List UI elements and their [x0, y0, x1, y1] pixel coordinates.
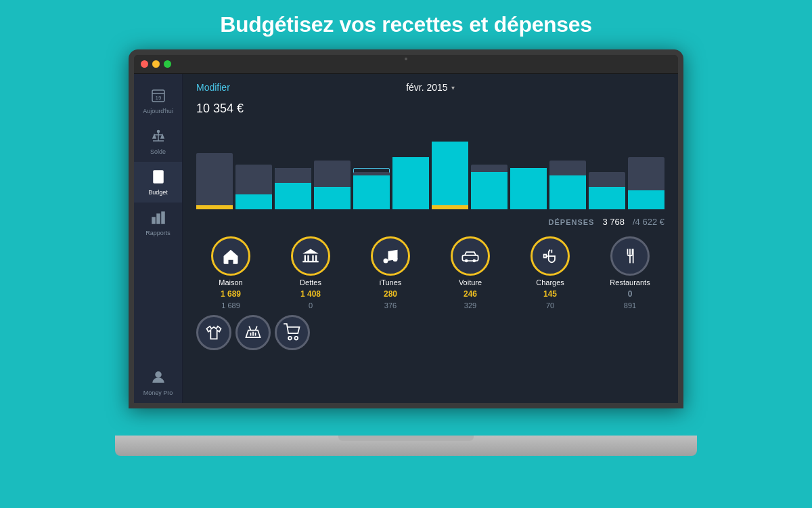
svg-rect-19: [315, 255, 317, 261]
bar-yellow: [196, 205, 233, 209]
categories-grid: Maison 1 689 1 689 Dettes 1 408 0 iTunes…: [193, 236, 668, 311]
bar-dark: [275, 168, 311, 209]
depenses-row: DÉPENSES 3 768 /4 622 €: [183, 213, 678, 231]
svg-rect-15: [302, 261, 318, 262]
balance-icon: [150, 128, 166, 146]
category-item-maison[interactable]: Maison 1 689 1 689: [193, 236, 269, 311]
person-icon: [150, 369, 166, 387]
depenses-label: DÉPENSES: [549, 218, 595, 226]
svg-point-25: [473, 259, 476, 263]
category-item-courses[interactable]: [235, 315, 271, 350]
bar-group-1: [235, 135, 272, 209]
svg-point-24: [465, 259, 468, 263]
chevron-down-icon: ▾: [451, 84, 455, 91]
svg-text:19: 19: [155, 95, 161, 101]
category-item-dettes[interactable]: Dettes 1 408 0: [273, 236, 348, 311]
minimize-button[interactable]: [152, 60, 160, 68]
svg-point-22: [393, 257, 398, 261]
sidebar-item-aujourdhui[interactable]: 19 Aujourd'hui: [134, 81, 182, 121]
category-spent-maison: 1 689: [221, 289, 241, 299]
bar-dark: [196, 153, 233, 205]
current-date: févr. 2015: [406, 82, 448, 93]
svg-rect-16: [304, 255, 306, 261]
date-selector[interactable]: févr. 2015 ▾: [406, 82, 455, 93]
category-item-charges[interactable]: Charges 145 70: [512, 236, 588, 311]
svg-point-37: [288, 336, 292, 339]
bar-cyan: [589, 187, 625, 209]
bar-dark: [235, 165, 272, 209]
maximize-button[interactable]: [164, 60, 171, 68]
sidebar-item-moneypro[interactable]: Money Pro: [134, 362, 182, 403]
category-budget-voiture: 329: [464, 301, 476, 310]
category-item-shopping[interactable]: [275, 315, 310, 350]
sidebar: 19 Aujourd'hui Solde Budget: [134, 74, 183, 403]
sidebar-label-moneypro: Money Pro: [143, 389, 173, 396]
bar-dark: [549, 161, 586, 209]
bar-group-0: [196, 135, 233, 209]
category-circle-dettes: [291, 236, 330, 276]
chart-container: [196, 121, 664, 209]
close-button[interactable]: [141, 60, 148, 68]
sidebar-label-solde: Solde: [150, 148, 166, 155]
bar-cyan: [510, 168, 547, 209]
category-spent-dettes: 1 408: [300, 289, 321, 299]
bar-dark: [432, 179, 468, 205]
category-budget-charges: 70: [546, 301, 554, 310]
bar-dark: [314, 161, 351, 209]
category-spent-restaurants: 0: [628, 289, 633, 299]
modifier-button[interactable]: Modifier: [196, 82, 230, 93]
app-content: 19 Aujourd'hui Solde Budget: [134, 74, 678, 403]
bar-dark: [628, 157, 664, 209]
chart-amount: 10 354 €: [196, 102, 664, 116]
laptop-base: [115, 436, 697, 456]
category-item-vetements[interactable]: [196, 315, 231, 350]
bar-group-3: [314, 135, 351, 209]
sidebar-label-rapports: Rapports: [145, 230, 171, 236]
category-circle-charges: [531, 236, 570, 276]
sidebar-item-rapports[interactable]: Rapports: [134, 203, 182, 243]
bar-dark: [589, 172, 625, 209]
bar-cyan: [549, 175, 586, 209]
svg-rect-13: [162, 212, 164, 224]
chart-section: 10 354 €: [183, 98, 678, 213]
svg-rect-17: [307, 255, 309, 261]
category-name-restaurants: Restaurants: [610, 278, 650, 287]
category-name-maison: Maison: [219, 278, 242, 287]
svg-point-38: [295, 336, 298, 339]
categories-row2: [193, 315, 668, 350]
bar-dark: [471, 165, 508, 209]
main-area: Modifier févr. 2015 ▾ 10 354 €: [183, 74, 678, 403]
laptop-screen: 19 Aujourd'hui Solde Budget: [129, 49, 683, 408]
bar-cyan: [235, 194, 272, 209]
category-circle-restaurants: [610, 236, 650, 276]
category-item-restaurants[interactable]: Restaurants 0 891: [592, 236, 668, 311]
category-name-voiture: Voiture: [459, 278, 482, 287]
depenses-total: /4 622 €: [633, 217, 664, 227]
category-spent-charges: 145: [543, 289, 557, 299]
category-budget-maison: 1 689: [221, 301, 240, 310]
bar-group-2: [275, 135, 311, 209]
bar-cyan: [353, 175, 390, 209]
bar-dark: [392, 179, 429, 209]
sidebar-item-budget[interactable]: Budget: [134, 162, 182, 203]
laptop-hinge: [338, 436, 474, 441]
svg-rect-18: [312, 255, 313, 261]
depenses-spent: 3 768: [602, 217, 625, 227]
category-item-itunes[interactable]: iTunes 280 376: [353, 236, 428, 311]
bar-group-11: [628, 135, 664, 209]
bar-cyan: [275, 183, 311, 209]
svg-rect-23: [462, 255, 478, 261]
category-circle-maison: [211, 236, 250, 276]
category-budget-dettes: 0: [309, 301, 313, 310]
bar-cyan: [432, 142, 468, 205]
category-budget-itunes: 376: [384, 301, 397, 310]
category-name-itunes: iTunes: [380, 278, 402, 287]
category-item-voiture[interactable]: Voiture 246 329: [432, 236, 508, 311]
sidebar-label-budget: Budget: [148, 189, 168, 196]
budget-icon: [150, 169, 166, 187]
sidebar-item-solde[interactable]: Solde: [134, 121, 182, 162]
bar-group-9: [549, 135, 586, 209]
bar-group-6: [432, 135, 468, 209]
category-circle-shopping: [275, 315, 310, 350]
app-header: Modifier févr. 2015 ▾: [183, 74, 678, 98]
